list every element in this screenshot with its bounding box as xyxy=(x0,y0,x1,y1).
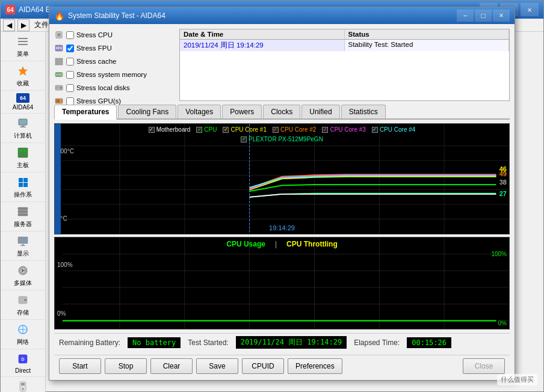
legend-core3: ✓ CPU Core #3 xyxy=(322,126,365,133)
memory-icon xyxy=(54,70,64,79)
dialog-body: Stress CPU FPU Stress FPU xyxy=(49,24,515,381)
inner-title: System Stability Test - AIDA64 xyxy=(68,11,457,20)
legend-core4-cb: ✓ xyxy=(372,127,378,133)
elapsed-value: 00:15:26 xyxy=(407,337,451,348)
sidebar-item-motherboard[interactable]: 主板 xyxy=(1,143,45,173)
legend-motherboard-cb: ✓ xyxy=(149,127,155,133)
sidebar-item-display[interactable]: 显示 xyxy=(1,231,45,261)
sidebar-item-device[interactable]: 设备 xyxy=(1,377,45,392)
tab-statistics[interactable]: Statistics xyxy=(341,105,386,118)
log-col-datetime: Date & Time xyxy=(180,29,345,39)
legend-plextor-cb: ✓ xyxy=(241,136,247,142)
svg-rect-67 xyxy=(23,178,28,182)
fire-icon: 🔥 xyxy=(54,11,64,20)
sidebar-item-direct[interactable]: D Direct xyxy=(1,349,45,377)
legend-cpu-label: CPU xyxy=(204,126,217,133)
svg-rect-29 xyxy=(57,100,60,102)
fpu-icon: FPU xyxy=(54,43,64,53)
tabs-bar: Temperatures Cooling Fans Voltages Power… xyxy=(54,105,510,120)
temp-x-label: 19:14:29 xyxy=(269,224,295,231)
svg-rect-15 xyxy=(57,72,58,73)
stress-cpu-checkbox[interactable] xyxy=(66,31,74,39)
sidebar-item-favorites[interactable]: 收藏 xyxy=(1,61,45,91)
test-started-label: Test Started: xyxy=(188,338,228,347)
cb-stress-fpu: FPU Stress FPU xyxy=(54,42,175,54)
sidebar-item-os[interactable]: 操作系 xyxy=(1,173,45,202)
sidebar-item-network[interactable]: 网络 xyxy=(1,320,45,349)
nav-back-button[interactable]: ◀ xyxy=(3,19,15,31)
tab-unified[interactable]: Unified xyxy=(301,105,339,118)
clear-button[interactable]: Clear xyxy=(150,358,193,374)
nav-forward-button[interactable]: ▶ xyxy=(17,19,29,31)
battery-label: Remaining Battery: xyxy=(59,338,120,347)
legend-cpu-cb: ✓ xyxy=(196,127,202,133)
sidebar-item-server[interactable]: 服务器 xyxy=(1,202,45,231)
sidebar: 菜单 收藏 64 AIDA64 计算机 主板 xyxy=(1,32,46,392)
multimedia-icon xyxy=(16,263,30,278)
device-icon xyxy=(16,379,30,392)
outer-close-button[interactable]: × xyxy=(521,3,539,16)
svg-rect-10 xyxy=(55,58,63,60)
start-button[interactable]: Start xyxy=(59,358,101,374)
sidebar-item-aida64[interactable]: 64 AIDA64 xyxy=(1,91,45,114)
legend-core4-label: CPU Core #4 xyxy=(380,126,415,133)
tab-cooling-fans[interactable]: Cooling Fans xyxy=(118,105,176,118)
preferences-button[interactable]: Preferences xyxy=(288,358,342,374)
stress-cache-checkbox[interactable] xyxy=(66,58,74,66)
save-button[interactable]: Save xyxy=(196,358,238,374)
svg-rect-62 xyxy=(20,127,26,127)
display-icon xyxy=(16,234,30,248)
motherboard-icon xyxy=(16,145,30,160)
disk-icon xyxy=(54,83,64,93)
tab-temperatures[interactable]: Temperatures xyxy=(54,105,117,120)
svg-rect-66 xyxy=(19,178,23,182)
tab-clocks[interactable]: Clocks xyxy=(263,105,300,118)
cb-stress-disks: Stress local disks xyxy=(54,82,175,94)
close-button[interactable]: Close xyxy=(463,358,505,374)
inner-maximize-button[interactable]: □ xyxy=(475,10,492,22)
legend-core2-label: CPU Core #2 xyxy=(280,126,316,133)
cpuid-button[interactable]: CPUID xyxy=(242,358,284,374)
sidebar-item-menu[interactable]: 菜单 xyxy=(1,32,45,61)
cb-stress-cache: Stress cache xyxy=(54,55,175,67)
svg-rect-61 xyxy=(21,126,25,127)
svg-text:FPU: FPU xyxy=(56,46,62,50)
svg-rect-16 xyxy=(58,72,59,73)
stop-button[interactable]: Stop xyxy=(105,358,147,374)
svg-rect-60 xyxy=(19,119,27,125)
sidebar-item-computer[interactable]: 计算机 xyxy=(1,114,45,143)
app-icon: 64 xyxy=(5,5,15,14)
elapsed-label: Elapsed Time: xyxy=(354,338,400,347)
cache-icon xyxy=(54,57,64,66)
star-icon xyxy=(16,64,30,78)
sidebar-item-storage[interactable]: 存储 xyxy=(1,290,45,320)
stress-fpu-checkbox[interactable] xyxy=(66,44,74,52)
inner-minimize-button[interactable]: − xyxy=(457,10,474,22)
outer-window: 64 AIDA64 Extreme − □ × ◀ ▶ 文件(F) 收藏 🔥 S… xyxy=(0,0,544,392)
cpu-icon xyxy=(54,30,64,40)
tab-voltages[interactable]: Voltages xyxy=(178,105,221,118)
stress-gpu-checkbox[interactable] xyxy=(66,97,74,105)
status-bar: Remaining Battery: No battery Test Start… xyxy=(54,333,510,351)
test-started-value: 2019/11/24 周日 19:14:29 xyxy=(236,336,347,349)
svg-rect-70 xyxy=(18,207,28,210)
stress-disks-checkbox[interactable] xyxy=(66,84,74,92)
svg-rect-30 xyxy=(60,99,61,100)
inner-close-button[interactable]: × xyxy=(493,10,510,22)
stress-cpu-label: Stress CPU xyxy=(76,31,113,38)
stress-memory-checkbox[interactable] xyxy=(66,71,74,79)
sidebar-item-multimedia[interactable]: 多媒体 xyxy=(1,261,45,290)
stress-fpu-label: Stress FPU xyxy=(76,44,112,52)
legend-core1-label: CPU Core #1 xyxy=(230,126,266,133)
svg-rect-17 xyxy=(60,72,60,73)
svg-rect-65 xyxy=(23,149,26,152)
svg-rect-75 xyxy=(20,245,25,246)
inner-window: 🔥 System Stability Test - AIDA64 − □ × xyxy=(49,7,515,381)
legend-core1: ✓ CPU Core #1 xyxy=(223,126,266,133)
legend-core3-cb: ✓ xyxy=(322,127,328,133)
inner-window-controls: − □ × xyxy=(457,10,510,22)
aida-icon: 64 xyxy=(16,93,29,103)
tab-powers[interactable]: Powers xyxy=(222,105,262,118)
svg-point-25 xyxy=(60,87,62,89)
stress-gpu-label: Stress GPU(s) xyxy=(76,97,121,105)
